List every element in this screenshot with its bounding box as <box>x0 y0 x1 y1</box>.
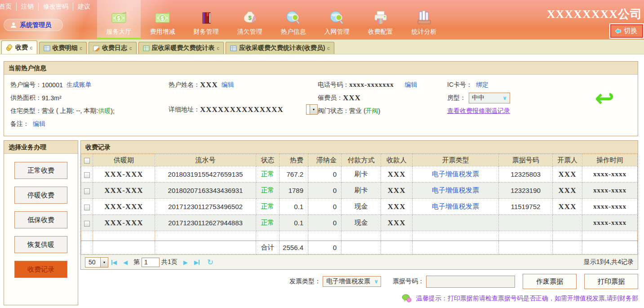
row-checkbox[interactable] <box>84 221 90 227</box>
customer-name-edit-link[interactable]: 编辑 <box>222 81 234 89</box>
nav-network-access[interactable]: 入网管理 <box>315 0 359 40</box>
phone-label: 电话号码： <box>318 81 349 89</box>
tip-row: 温馨提示：打印票据前请检查票据号码是否正确，如需开增值税发票,请到财务部 <box>80 294 638 303</box>
room-type-label: 房型： <box>447 94 466 102</box>
cell-heat-fee: 0.1 <box>280 215 308 231</box>
cell-invoicer: XXX <box>553 166 582 183</box>
prev-page-button[interactable]: ◀ <box>123 259 128 266</box>
invoice-type-select[interactable]: 电子增值税发票 ∨ <box>323 276 381 287</box>
tab-label: 应收采暖费欠费统计表 <box>152 44 215 52</box>
change-password-link[interactable]: 修改密码 <box>38 3 73 11</box>
col-heat-fee: 热费 <box>280 154 308 166</box>
tab-shoufei-rizhi[interactable]: 收费日志 c <box>89 42 137 54</box>
home-link[interactable]: 首页 <box>0 3 16 11</box>
page-size-value: 50 <box>89 259 96 266</box>
invoice-type-link[interactable]: 电子增值税发票 <box>432 186 479 194</box>
nav-customer-info[interactable]: 热户信息 <box>271 0 315 40</box>
select-all-checkbox[interactable] <box>84 158 90 164</box>
suggestion-link[interactable]: 建议 <box>73 3 95 11</box>
ic-card-bind-link[interactable]: 绑定 <box>476 81 489 89</box>
back-arrow-icon[interactable]: ↩ <box>595 86 614 110</box>
row-checkbox[interactable] <box>84 188 90 194</box>
page-size-select[interactable]: 50 ▼ <box>85 257 108 268</box>
valve-open-status: 开阀 <box>366 107 378 115</box>
cell-receipt-no: 12323190 <box>499 183 553 199</box>
cell-status: 正常 <box>256 183 280 199</box>
invoice-type-link[interactable]: 电子增值税发票 <box>432 202 479 210</box>
cell-status: 正常 <box>256 215 280 231</box>
row-checkbox[interactable] <box>84 205 90 210</box>
customer-name-label: 热户姓名： <box>169 81 200 89</box>
col-heating-period: 供暖期 <box>93 154 155 166</box>
room-type-select[interactable]: 中中 ∨ <box>469 93 510 103</box>
invoice-type-link[interactable]: 电子增值税发票 <box>432 170 479 178</box>
charge-records-button[interactable]: 收费记录 <box>14 261 67 278</box>
cell-late-fee: 0 <box>308 166 342 183</box>
business-sidebar: 选择业务办理 正常收费 停暖收费 低保收费 恢复供暖 收费记录 <box>4 140 78 305</box>
receipt-no-input[interactable] <box>426 276 515 288</box>
tab-qianfei-tongjibiao[interactable]: 应收采暖费欠费统计表 c <box>138 42 224 54</box>
next-page-button[interactable]: ▶ <box>183 259 188 266</box>
tab-refresh-icon[interactable]: c <box>30 45 33 50</box>
void-receipt-button[interactable]: 作废票据 <box>523 274 577 289</box>
user-icon <box>10 22 17 28</box>
housing-type-label: 住宅类型： <box>10 107 42 115</box>
table-icon <box>44 45 50 51</box>
cell-heat-fee: 1789 <box>280 183 308 199</box>
cell-status: 正常 <box>256 199 280 215</box>
last-page-button[interactable]: ▶ <box>194 259 200 266</box>
temperature-record-link[interactable]: 查看收费报修测温记录 <box>447 107 510 115</box>
print-receipt-button[interactable]: 打印票据 <box>584 274 638 289</box>
phone-edit-link[interactable]: 编辑 <box>405 81 417 89</box>
company-name: XXXXXXXX公司 <box>547 6 642 22</box>
tab-refresh-icon[interactable]: c <box>327 45 330 51</box>
tab-shoufei-mingxi[interactable]: 收费明细 c <box>39 42 87 54</box>
records-column: 收费记录 供暖期 流水号 状态 热费 滞纳 <box>80 140 638 303</box>
table-icon <box>143 45 150 51</box>
tab-shoufei[interactable]: 收费 c <box>1 40 37 54</box>
nav-fee-adjust[interactable]: $ 费用增减 <box>141 0 184 40</box>
books-icon <box>417 10 432 25</box>
invoice-type-value: 电子增值税发票 <box>326 277 370 286</box>
housing-type-value: 营业 ( 上期: --, 本期: <box>42 107 98 115</box>
tab-refresh-icon[interactable]: c <box>80 45 83 51</box>
stop-heating-charge-button[interactable]: 停暖收费 <box>14 187 67 204</box>
first-page-button[interactable]: ◀ <box>111 259 117 266</box>
low-income-charge-button[interactable]: 低保收费 <box>14 211 67 228</box>
tab-label: 收费明细 <box>53 44 78 52</box>
nav-label: 财务管理 <box>194 28 219 36</box>
nav-label: 清欠管理 <box>237 28 262 36</box>
refresh-icon[interactable]: ↻ <box>207 258 213 267</box>
switch-button[interactable]: 切换 <box>610 24 643 38</box>
resume-heating-button[interactable]: 恢复供暖 <box>14 236 67 253</box>
money-bag-icon: $ <box>242 10 258 25</box>
cell-payment-method: 现金 <box>342 215 381 231</box>
tab-refresh-icon[interactable]: c <box>217 45 220 51</box>
nav-service-hall[interactable]: $ 服务大厅 <box>97 0 141 40</box>
address-select[interactable]: ▼ <box>306 104 318 115</box>
pagination-info: 显示1到4,共4记录 <box>584 258 634 266</box>
switch-label: 切换 <box>624 27 637 35</box>
charge-records-panel: 收费记录 供暖期 流水号 状态 热费 滞纳 <box>80 140 638 270</box>
room-type-value: 中中 <box>472 94 484 102</box>
nav-arrears[interactable]: $ 清欠管理 <box>228 0 271 40</box>
money-note-icon: $ <box>111 11 128 25</box>
logout-link[interactable]: 注销 <box>16 3 38 11</box>
page-number-input[interactable] <box>142 258 160 267</box>
dropdown-arrow-icon: ▼ <box>310 105 317 114</box>
charge-records-table: 供暖期 流水号 状态 热费 滞纳金 付款方式 收款人 开票类型 票据号码 开票人… <box>81 154 638 254</box>
table-icon <box>230 45 237 51</box>
nav-finance[interactable]: 财务管理 <box>184 0 228 40</box>
row-checkbox[interactable] <box>84 172 90 178</box>
remark-label: 备注： <box>10 120 29 128</box>
nav-statistics[interactable]: 统计分析 <box>402 0 446 40</box>
pencil-note-icon <box>93 45 100 51</box>
current-customer-fields: 热户编号： 100001 生成账单 供热面积： 91.3 m² 住宅类型： 营业… <box>4 75 638 136</box>
tab-refresh-icon[interactable]: c <box>129 45 132 51</box>
normal-charge-button[interactable]: 正常收费 <box>14 162 67 179</box>
remark-edit-link[interactable]: 编辑 <box>33 120 45 128</box>
generate-bill-link[interactable]: 生成账单 <box>67 81 92 89</box>
tab-qianfei-tongjibiao-shoufeiyuan[interactable]: 应收采暖费欠费统计表(收费员) c <box>226 42 334 54</box>
nav-fee-config[interactable]: 收费配置 <box>359 0 402 40</box>
col-payee: 收款人 <box>381 154 413 166</box>
